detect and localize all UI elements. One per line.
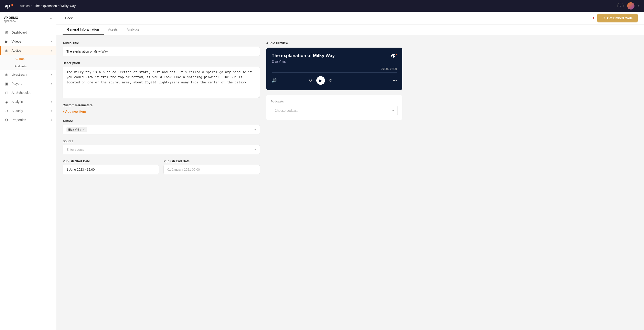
sidebar-item-podcasts[interactable]: Podcasts xyxy=(11,62,56,70)
sidebar-item-label: Security xyxy=(12,109,48,113)
sidebar-item-properties[interactable]: ⚙ Properties ▾ xyxy=(0,115,56,124)
audios-icon: ◎ xyxy=(4,48,9,53)
embed-btn-label: Get Embed Code xyxy=(607,16,633,20)
publish-start-group: Publish Start Date xyxy=(62,159,159,174)
players-icon: ▣ xyxy=(4,81,9,86)
avatar[interactable] xyxy=(627,2,634,9)
preview-title: The explanation of Milky Way xyxy=(272,53,335,58)
embed-icon: ⊙ xyxy=(602,16,605,20)
ad-schedules-icon: ⊡ xyxy=(4,90,9,95)
right-panel: Audio Preview The explanation of Milky W… xyxy=(266,41,402,324)
back-button[interactable]: ‹ Back xyxy=(62,16,72,20)
publish-end-input[interactable] xyxy=(164,165,260,174)
chevron-down-icon: ▾ xyxy=(51,109,52,112)
sidebar-item-audios[interactable]: ◎ Audios ▴ xyxy=(0,46,56,55)
author-value: Elsa Vitija xyxy=(68,128,81,131)
dates-row: Publish Start Date Publish End Date xyxy=(62,159,260,174)
author-select[interactable]: Elsa Vitija ✕ ▾ xyxy=(62,125,260,134)
author-group: Author Elsa Vitija ✕ ▾ xyxy=(62,119,260,134)
audio-title-input[interactable] xyxy=(62,47,260,56)
properties-icon: ⚙ xyxy=(4,118,9,122)
add-new-item-button[interactable]: + Add new item xyxy=(62,109,260,114)
sidebar-toggle[interactable]: ⌃ xyxy=(50,17,52,21)
more-options-icon[interactable]: ••• xyxy=(392,78,397,83)
preview-author: Elsa Vitija xyxy=(272,60,335,63)
security-icon: ⊙ xyxy=(4,109,9,113)
content-area: Audio Title Description The Milky Way is… xyxy=(56,35,644,330)
source-input[interactable]: Enter source ▾ xyxy=(62,145,260,154)
tab-analytics[interactable]: Analytics xyxy=(122,24,144,35)
source-chevron-icon: ▾ xyxy=(254,148,256,151)
podcasts-section: Podcasts Choose podcast ▾ xyxy=(266,95,402,120)
embed-code-button[interactable]: ⊙ Get Embed Code xyxy=(597,13,638,22)
tabs-bar: General Inforamation Assets Analytics xyxy=(56,24,644,35)
analytics-icon: ◈ xyxy=(4,99,9,104)
audio-preview-section: Audio Preview The explanation of Milky W… xyxy=(266,41,402,90)
help-button[interactable]: ? xyxy=(617,3,624,9)
audio-preview-wrapper: The explanation of Milky Way Elsa Vitija… xyxy=(266,48,402,90)
podcast-placeholder: Choose podcast xyxy=(274,109,298,112)
tab-assets[interactable]: Assets xyxy=(104,24,122,35)
user-name: VP DEMO xyxy=(4,16,18,19)
sidebar-item-security[interactable]: ⊙ Security ▾ xyxy=(0,106,56,115)
sidebar-item-ad-schedules[interactable]: ⊡ Ad Schedules xyxy=(0,88,56,97)
logo: vp xyxy=(4,3,13,9)
back-label: Back xyxy=(65,16,72,20)
breadcrumb: Audios › The explanation of Milky Way xyxy=(20,4,76,8)
sidebar-item-label: Livestream xyxy=(12,73,48,76)
source-placeholder: Enter source xyxy=(66,148,84,151)
add-item-label: + Add new item xyxy=(62,110,86,113)
audio-title-label: Audio Title xyxy=(62,41,260,45)
chevron-down-icon: ▾ xyxy=(51,119,52,121)
avatar-chevron[interactable]: ▾ xyxy=(638,4,640,7)
sidebar-item-dashboard[interactable]: ⊞ Dashboard xyxy=(0,28,56,37)
videos-icon: ▶ xyxy=(4,39,9,44)
custom-params-label: Custom Parameters xyxy=(62,103,260,107)
description-group: Description The Milky Way is a huge coll… xyxy=(62,61,260,98)
sidebar-item-audios-sub[interactable]: Audios xyxy=(11,55,56,62)
play-button[interactable]: ▶ xyxy=(316,76,325,85)
forward-icon[interactable]: ↻ xyxy=(329,78,332,83)
main-header: ‹ Back ⟶ ⊙ Get Embed Code xyxy=(56,12,644,24)
podcast-chevron-icon: ▾ xyxy=(392,109,394,112)
publish-start-input[interactable] xyxy=(62,165,159,174)
sidebar-item-label: Dashboard xyxy=(12,30,52,34)
main-content: ‹ Back ⟶ ⊙ Get Embed Code General Infora… xyxy=(56,12,644,330)
sidebar-item-livestream[interactable]: ◎ Livestream ▾ xyxy=(0,70,56,79)
breadcrumb-root[interactable]: Audios xyxy=(20,4,30,8)
sidebar-nav: ⊞ Dashboard ▶ Videos ▾ ◎ Audios ▴ Audios… xyxy=(0,26,56,126)
publish-start-label: Publish Start Date xyxy=(62,159,159,163)
sidebar-item-analytics[interactable]: ◈ Analytics ▾ xyxy=(0,97,56,106)
author-tag: Elsa Vitija ✕ xyxy=(66,127,87,132)
author-clear-icon[interactable]: ✕ xyxy=(82,128,85,131)
breadcrumb-separator: › xyxy=(32,4,33,8)
user-username: agmipobw xyxy=(4,19,18,23)
dashboard-icon: ⊞ xyxy=(4,30,9,35)
volume-icon[interactable]: 🔊 xyxy=(272,78,277,83)
sidebar-item-players[interactable]: ▣ Players ▾ xyxy=(0,79,56,88)
audio-ctrl-group: ↺ ▶ ↻ xyxy=(309,76,332,85)
author-chevron-icon[interactable]: ▾ xyxy=(254,128,256,131)
form-panel: Audio Title Description The Milky Way is… xyxy=(62,41,260,324)
chevron-down-icon: ▾ xyxy=(51,40,52,43)
breadcrumb-current: The explanation of Milky Way xyxy=(34,4,76,8)
topbar: vp Audios › The explanation of Milky Way… xyxy=(0,0,644,12)
sidebar-item-label: Properties xyxy=(12,118,48,122)
sidebar-item-label: Players xyxy=(12,82,48,85)
audio-title-group: Audio Title xyxy=(62,41,260,56)
description-input[interactable]: The Milky Way is a huge collection of st… xyxy=(62,67,260,98)
preview-section-label: Audio Preview xyxy=(266,41,402,45)
chevron-up-icon: ▴ xyxy=(51,49,52,52)
podcast-select[interactable]: Choose podcast ▾ xyxy=(271,106,398,115)
tab-general[interactable]: General Inforamation xyxy=(62,24,104,35)
sidebar-item-label: Audios xyxy=(12,49,48,52)
back-arrow-icon: ‹ xyxy=(62,16,64,20)
livestream-icon: ◎ xyxy=(4,72,9,77)
rewind-icon[interactable]: ↺ xyxy=(309,78,312,83)
audio-time: 00:00 / 02:00 xyxy=(272,67,397,70)
chevron-down-icon: ▾ xyxy=(51,73,52,76)
sidebar-item-videos[interactable]: ▶ Videos ▾ xyxy=(0,37,56,46)
source-group: Source Enter source ▾ xyxy=(62,139,260,154)
sidebar-item-label: Videos xyxy=(12,40,48,43)
audios-submenu: Audios Podcasts xyxy=(0,55,56,70)
